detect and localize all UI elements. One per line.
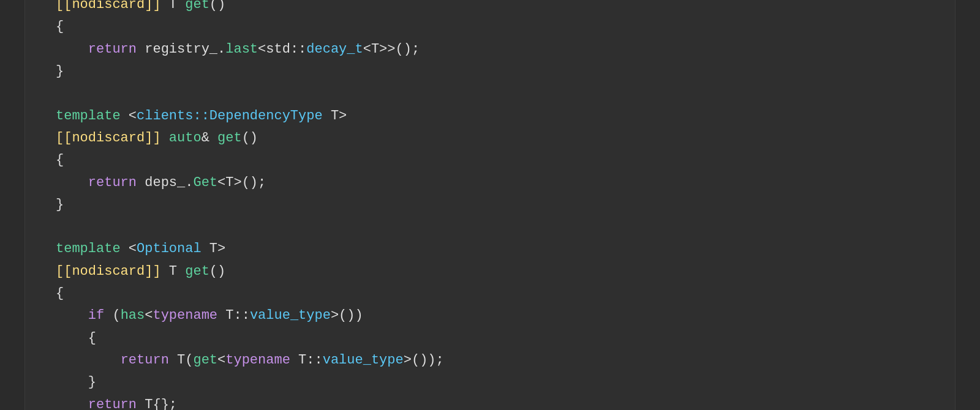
code-token: { xyxy=(56,286,64,301)
code-token: () xyxy=(209,264,225,279)
code-token: last xyxy=(225,42,258,57)
code-line: return deps_.Get<T>(); xyxy=(56,172,924,194)
code-token xyxy=(56,308,88,323)
code-line: if (has<typename T::value_type>()) xyxy=(56,305,924,327)
code-line: { xyxy=(56,149,924,171)
code-line: } xyxy=(56,61,924,83)
code-token: ]] xyxy=(145,0,160,12)
code-token: T:: xyxy=(217,308,250,323)
code-line: { xyxy=(56,327,924,349)
code-token: template xyxy=(56,108,121,124)
code-line: return T(get<typename T::value_type>()); xyxy=(56,349,924,371)
code-token: ]] xyxy=(145,264,160,279)
code-token: has xyxy=(121,308,145,323)
code-token: () xyxy=(242,130,258,146)
code-token: nodiscard xyxy=(72,0,145,12)
code-token: { xyxy=(56,152,64,168)
code-token: < xyxy=(145,308,153,323)
code-line: } xyxy=(56,194,924,216)
code-token: { xyxy=(56,330,96,346)
code-token: typename xyxy=(153,308,217,323)
code-token: { xyxy=(56,19,64,34)
code-token: } xyxy=(56,375,96,390)
code-line: [[nodiscard]] auto& get() xyxy=(56,127,924,149)
code-token: return xyxy=(88,42,137,57)
code-token: T> xyxy=(323,108,347,124)
code-token: Optional xyxy=(137,241,202,256)
code-line: template <Optional T> xyxy=(56,238,924,260)
code-token xyxy=(161,130,169,146)
code-token: nodiscard xyxy=(72,264,145,279)
code-line: [[nodiscard]] T get() xyxy=(56,0,924,16)
code-token: (); xyxy=(396,42,420,57)
code-line: } xyxy=(56,371,924,393)
code-token: } xyxy=(56,197,64,212)
code-token: T> xyxy=(202,241,226,256)
code-token: typename xyxy=(225,352,290,368)
code-token: T:: xyxy=(290,352,323,368)
code-token: ( xyxy=(104,308,120,323)
code-token: T xyxy=(161,264,186,279)
code-token xyxy=(56,352,121,368)
code-line: return T{}; xyxy=(56,394,924,410)
code-token: clients::DependencyType xyxy=(137,108,323,124)
code-token: return xyxy=(121,352,169,368)
code-token: return xyxy=(88,397,137,410)
code-token: <T> xyxy=(217,175,242,190)
code-token: & xyxy=(202,130,217,146)
code-token: get xyxy=(217,130,242,146)
code-token: < xyxy=(217,352,225,368)
code-token: get xyxy=(193,352,217,368)
code-token: () xyxy=(209,0,225,12)
code-token: (); xyxy=(242,175,266,190)
code-token: get xyxy=(185,0,209,12)
code-token: value_type xyxy=(250,308,331,323)
code-block: template <ContextArgument T>[[nodiscard]… xyxy=(56,0,924,410)
code-token: T xyxy=(161,0,186,12)
code-line: template <clients::DependencyType T> xyxy=(56,105,924,127)
code-line: { xyxy=(56,283,924,305)
code-token xyxy=(56,42,88,57)
code-token: < xyxy=(121,108,137,124)
code-token: T( xyxy=(169,352,194,368)
code-container: template <ContextArgument T>[[nodiscard]… xyxy=(24,0,956,410)
code-token: ]] xyxy=(145,130,160,146)
code-token: < xyxy=(121,241,137,256)
code-token: >()); xyxy=(404,352,444,368)
code-token: return xyxy=(88,175,137,190)
code-token: get xyxy=(185,264,209,279)
code-blank-line xyxy=(56,83,924,105)
code-token: value_type xyxy=(323,352,404,368)
code-token: Get xyxy=(193,175,217,190)
code-token: auto xyxy=(169,130,202,146)
code-token: if xyxy=(88,308,104,323)
code-blank-line xyxy=(56,216,924,238)
code-token: T{}; xyxy=(137,397,177,410)
code-line: return registry_.last<std::decay_t<T>>()… xyxy=(56,39,924,61)
code-token: [[ xyxy=(56,130,72,146)
code-token: deps_. xyxy=(137,175,193,190)
code-token: } xyxy=(56,64,64,79)
code-line: { xyxy=(56,16,924,38)
code-token: [[ xyxy=(56,0,72,12)
code-token: registry_. xyxy=(137,42,225,57)
code-token: [[ xyxy=(56,264,72,279)
code-line: [[nodiscard]] T get() xyxy=(56,261,924,283)
code-token: <T>> xyxy=(363,42,396,57)
code-token: nodiscard xyxy=(72,130,145,146)
code-token xyxy=(56,397,88,410)
code-token xyxy=(56,175,88,190)
code-token: >()) xyxy=(331,308,363,323)
code-token: template xyxy=(56,241,121,256)
code-token: decay_t xyxy=(306,42,363,57)
code-token: <std:: xyxy=(258,42,306,57)
